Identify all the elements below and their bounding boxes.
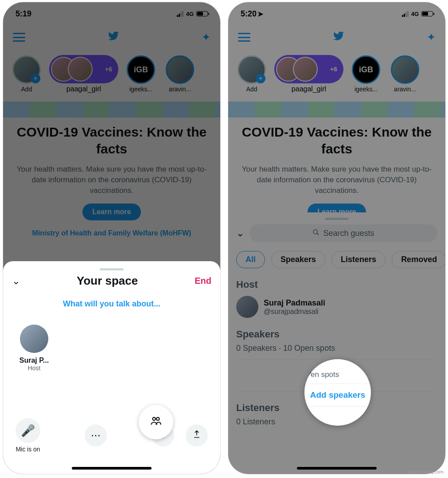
signal-icon: [402, 11, 409, 17]
watermark: www.deuaq.com: [408, 469, 444, 474]
battery-icon: [421, 11, 433, 16]
pill-count: +6: [330, 66, 337, 73]
people-icon: [149, 415, 163, 430]
location-icon: ➤: [257, 10, 263, 18]
fleet-item[interactable]: iGB igeeks...: [349, 55, 383, 93]
twitter-logo-icon: [332, 30, 345, 45]
host-card[interactable]: Suraj P... Host: [12, 325, 56, 372]
fleets-row[interactable]: + Add +6 paagal_girl iGB igeeks... aravi…: [228, 50, 445, 98]
status-bar: 5:20➤ 4G: [228, 2, 445, 25]
more-button[interactable]: ⋯: [85, 424, 107, 447]
fleet-item[interactable]: aravin...: [388, 55, 422, 93]
svg-point-2: [313, 230, 317, 234]
status-bar: 5:19 4G: [3, 2, 220, 25]
home-indicator: [297, 467, 377, 470]
search-icon: [312, 229, 319, 238]
fleet-label: Add: [234, 86, 269, 93]
chevron-down-icon[interactable]: ⌄: [236, 227, 244, 239]
search-placeholder: Search guests: [323, 229, 374, 238]
plus-icon: +: [256, 74, 265, 83]
menu-icon[interactable]: [13, 33, 25, 42]
top-nav: ✦: [228, 27, 445, 47]
sheet-handle[interactable]: [325, 218, 349, 220]
speakers-subline: 0 Speakers · 10 Open spots: [236, 344, 437, 353]
article-title: COVID-19 Vaccines: Know the facts: [15, 124, 209, 157]
learn-more-button[interactable]: Learn more: [82, 204, 140, 220]
network-label: 4G: [186, 11, 194, 17]
fleet-label: Add: [9, 86, 44, 93]
pill-count: +6: [105, 66, 112, 73]
speakers-sub-fragment: en spots: [304, 368, 371, 384]
svg-point-1: [156, 417, 160, 420]
phone-screenshot-right: 5:20➤ 4G ✦ + Add +6 paagal_girl iGB igee…: [228, 2, 446, 474]
fleet-space-pill[interactable]: +6 paagal_girl: [48, 55, 119, 93]
battery-icon: [196, 11, 208, 16]
space-topic-prompt[interactable]: What will you talk about...: [12, 299, 211, 309]
fleet-add[interactable]: + Add: [234, 55, 269, 93]
top-nav: ✦: [3, 27, 220, 47]
chip-listeners[interactable]: Listeners: [331, 251, 386, 268]
fleet-label: aravin...: [388, 86, 422, 93]
host-name: Suraj P...: [12, 357, 56, 364]
speakers-heading: Speakers: [236, 329, 437, 340]
fleet-add[interactable]: + Add: [9, 55, 44, 93]
fleet-item[interactable]: iGB igeeks...: [124, 55, 158, 93]
fleet-label: paagal_girl: [48, 85, 119, 93]
avatar: [20, 325, 48, 353]
article-title: COVID-19 Vaccines: Know the facts: [240, 124, 434, 157]
search-guests-input[interactable]: Search guests: [249, 224, 437, 242]
home-indicator: [72, 467, 152, 470]
twitter-logo-icon: [107, 30, 120, 45]
host-handle: @surajpadmasali: [264, 308, 325, 316]
promo-article: COVID-19 Vaccines: Know the facts Your h…: [3, 119, 220, 246]
article-source-link[interactable]: Ministry of Health and Family Welfare (M…: [15, 229, 209, 237]
fleet-label: igeeks...: [124, 86, 158, 93]
add-speakers-label[interactable]: Add speakers: [304, 384, 371, 406]
space-title: Your space: [20, 274, 195, 288]
mic-status: Mic is on: [16, 446, 40, 453]
chevron-down-icon[interactable]: ⌄: [12, 275, 20, 287]
article-body: Your health matters. Make sure you have …: [240, 164, 434, 196]
fleet-space-pill[interactable]: +6 paagal_girl: [273, 55, 344, 93]
menu-icon[interactable]: [238, 33, 250, 42]
host-heading: Host: [236, 279, 437, 290]
space-sheet[interactable]: ⌄ Your space End What will you talk abou…: [3, 261, 220, 474]
sheet-handle[interactable]: [100, 268, 124, 270]
fleet-item[interactable]: aravin...: [163, 55, 197, 93]
sparkle-icon[interactable]: ✦: [427, 31, 436, 43]
fleet-label: aravin...: [163, 86, 197, 93]
mic-toggle[interactable]: 🎤 Mic is on: [16, 418, 40, 453]
chip-speakers[interactable]: Speakers: [271, 251, 325, 268]
end-button[interactable]: End: [195, 276, 211, 286]
signal-icon: [177, 11, 183, 17]
promo-strip: [3, 102, 220, 118]
people-button-highlight[interactable]: [139, 405, 173, 439]
share-button[interactable]: [186, 424, 208, 447]
chip-removed[interactable]: Removed: [392, 251, 446, 268]
promo-strip: [228, 102, 445, 118]
plus-icon: +: [31, 74, 40, 83]
add-speakers-highlight[interactable]: en spots Add speakers: [304, 359, 371, 426]
guests-sheet[interactable]: ⌄ Search guests All Speakers Listeners R…: [228, 212, 445, 474]
share-icon: [192, 429, 201, 442]
host-section: Host Suraj Padmasali @surajpadmasali: [236, 279, 437, 318]
fleet-label: igeeks...: [349, 86, 383, 93]
fleet-label: paagal_girl: [273, 85, 344, 93]
svg-point-0: [152, 417, 156, 420]
filter-chips: All Speakers Listeners Removed: [236, 251, 437, 268]
space-controls: 🎤 Mic is on ⋯ ♡: [3, 418, 220, 453]
phone-screenshot-left: 5:19 4G ✦ + Add +6 paagal_girl iGB igeek…: [3, 2, 221, 474]
article-body: Your health matters. Make sure you have …: [15, 164, 209, 196]
chip-all[interactable]: All: [236, 251, 265, 268]
status-time: 5:20➤: [241, 9, 263, 19]
host-row[interactable]: Suraj Padmasali @surajpadmasali: [236, 296, 437, 318]
mic-icon: 🎤: [21, 424, 35, 438]
status-time: 5:19: [16, 9, 31, 19]
sparkle-icon[interactable]: ✦: [202, 31, 210, 43]
fleets-row[interactable]: + Add +6 paagal_girl iGB igeeks... aravi…: [3, 50, 220, 98]
more-icon: ⋯: [91, 430, 101, 441]
avatar: [236, 296, 258, 318]
host-name: Suraj Padmasali: [264, 298, 325, 308]
host-role: Host: [12, 364, 56, 372]
network-label: 4G: [411, 11, 419, 17]
